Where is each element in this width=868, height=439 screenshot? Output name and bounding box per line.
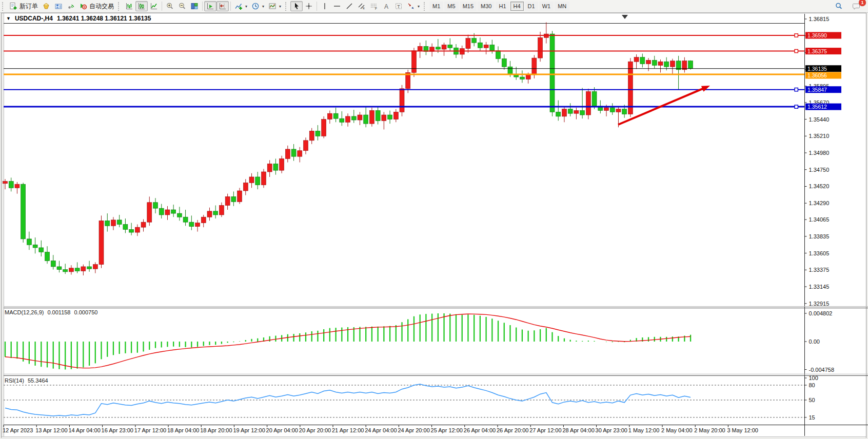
text-icon: A: [382, 2, 390, 10]
timeframe-m1[interactable]: M1: [429, 2, 443, 11]
zoom-out-icon: [178, 2, 186, 10]
zoom-in-button[interactable]: [164, 1, 176, 11]
templates-icon: [268, 2, 277, 10]
market-watch-icon: [42, 2, 50, 10]
autotrade-label: 自动交易: [89, 2, 114, 11]
fibonacci-button[interactable]: F: [368, 1, 380, 11]
arrows-icon: [407, 2, 415, 10]
svg-text:F: F: [375, 7, 377, 10]
timeframe-w1[interactable]: W1: [539, 2, 554, 11]
svg-text:E: E: [363, 7, 365, 10]
mt4-terminal: 新订单: [0, 0, 868, 439]
svg-text:T: T: [397, 4, 400, 9]
window-left-border: [2, 13, 4, 437]
toolbar-grip[interactable]: [118, 2, 122, 11]
fibonacci-icon: F: [370, 2, 378, 10]
horizontal-line-button[interactable]: [331, 1, 343, 11]
macd-indicator-label: MACD(12,26,9) 0.001158 0.000750: [5, 309, 97, 315]
periods-dropdown-caret[interactable]: ▾: [262, 4, 264, 9]
cursor-icon: [292, 2, 301, 10]
zoom-in-icon: [166, 2, 174, 10]
chart-title-expander-icon[interactable]: ▼: [6, 16, 11, 21]
trendline-icon: [345, 2, 353, 10]
bar-chart-button[interactable]: [123, 1, 135, 11]
toolbar-grip[interactable]: [424, 2, 427, 11]
auto-scroll-icon: [206, 2, 214, 10]
vertical-line-icon: [321, 2, 329, 10]
search-icon: [835, 2, 843, 10]
tile-windows-button[interactable]: [188, 1, 201, 11]
timeframe-mn[interactable]: MN: [555, 2, 569, 11]
horizontal-line-icon: [333, 2, 341, 10]
templates-dropdown-caret[interactable]: ▾: [279, 4, 281, 9]
channel-button[interactable]: E: [356, 1, 368, 11]
search-button[interactable]: [833, 1, 845, 11]
data-window-button[interactable]: [52, 1, 65, 11]
window-bottom-border: [2, 436, 866, 439]
text-button[interactable]: A: [380, 1, 392, 11]
rsi-value: 55.3464: [28, 377, 48, 384]
arrows-dropdown-caret[interactable]: ▾: [418, 4, 420, 9]
toolbar: 新订单: [0, 0, 868, 13]
chart-shift-button[interactable]: [216, 1, 229, 11]
candlestick-chart-button[interactable]: [135, 1, 148, 11]
crosshair-button[interactable]: [303, 1, 315, 11]
line-chart-button[interactable]: [148, 1, 160, 11]
notification-badge: 1: [859, 0, 866, 6]
timeframe-d1[interactable]: D1: [525, 2, 538, 11]
chart-shift-icon: [219, 2, 227, 10]
autotrade-icon: [79, 2, 87, 10]
toolbar-separator: [162, 2, 162, 11]
rsi-name: RSI(14): [5, 377, 24, 384]
periods-button[interactable]: ▾: [249, 1, 266, 11]
toolbar-grip[interactable]: [285, 2, 289, 11]
trendline-button[interactable]: [343, 1, 356, 11]
timeframe-h4[interactable]: H4: [510, 2, 524, 11]
channel-icon: E: [358, 2, 366, 10]
vertical-line-button[interactable]: [319, 1, 331, 11]
timeframe-h1[interactable]: H1: [496, 2, 509, 11]
rsi-indicator-label: RSI(14) 55.3464: [5, 377, 48, 384]
autotrade-button[interactable]: 自动交易: [77, 1, 116, 11]
macd-name: MACD(12,26,9): [5, 309, 44, 315]
chart-window: [1, 13, 866, 438]
chart-ohlc-values: 1.36241 1.36248 1.36121 1.36135: [57, 15, 151, 22]
zoom-out-button[interactable]: [176, 1, 188, 11]
toolbar-separator: [202, 2, 203, 11]
toolbar-separator: [230, 2, 231, 11]
text-label-button[interactable]: T: [392, 1, 405, 11]
new-order-button[interactable]: 新订单: [7, 1, 40, 11]
market-watch-button[interactable]: [40, 1, 52, 11]
auto-scroll-button[interactable]: [204, 1, 216, 11]
macd-signal-value: 0.000750: [74, 309, 98, 315]
periods-icon: [251, 2, 260, 10]
text-label-icon: T: [394, 2, 403, 10]
timeframe-m30[interactable]: M30: [478, 2, 495, 11]
signals-icon: [67, 2, 75, 10]
chart-title: ▼ USDCAD-,H4 1.36241 1.36248 1.36121 1.3…: [6, 15, 151, 22]
toolbar-separator: [317, 2, 317, 11]
indicators-icon: [234, 2, 243, 10]
cursor-button[interactable]: [290, 1, 303, 11]
macd-value: 0.001158: [47, 309, 70, 315]
arrows-button[interactable]: ▾: [405, 1, 422, 11]
indicators-dropdown-caret[interactable]: ▾: [245, 4, 247, 9]
candlestick-chart-icon: [137, 2, 146, 10]
timeframe-m5[interactable]: M5: [444, 2, 458, 11]
svg-text:A: A: [384, 3, 388, 10]
timeframe-m15[interactable]: M15: [460, 2, 477, 11]
templates-button[interactable]: ▾: [266, 1, 283, 11]
bar-chart-icon: [125, 2, 133, 10]
toolbar-grip[interactable]: [2, 2, 6, 11]
data-window-icon: [54, 2, 63, 10]
signals-button[interactable]: [65, 1, 77, 11]
new-order-label: 新订单: [19, 2, 38, 11]
indicators-button[interactable]: ▾: [232, 1, 249, 11]
new-order-icon: [9, 2, 17, 10]
notifications-button[interactable]: 1: [850, 1, 863, 11]
chart-symbol-period: USDCAD-,H4: [15, 15, 53, 22]
line-chart-icon: [150, 2, 158, 10]
tile-windows-icon: [190, 2, 199, 10]
crosshair-icon: [305, 2, 313, 10]
